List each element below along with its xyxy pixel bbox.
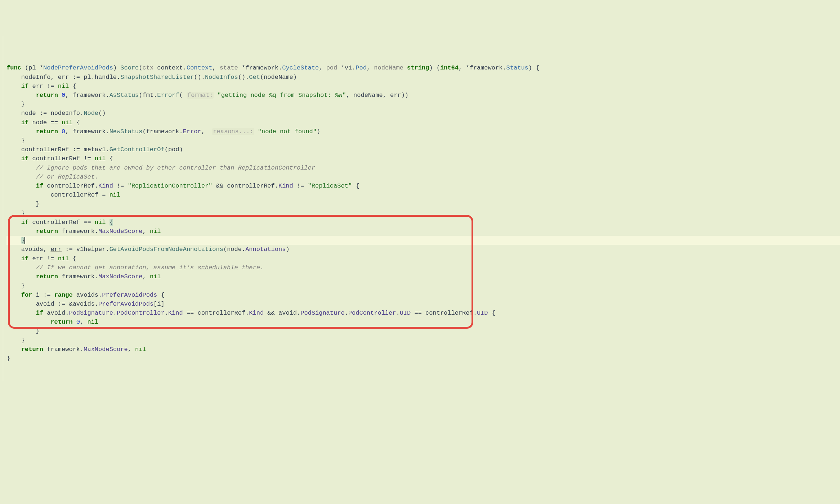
code-line[interactable]: } (6, 354, 840, 363)
code-line[interactable]: return 0, framework.AsStatus(fmt.Errorf(… (6, 91, 840, 100)
token: node := nodeInfo. (21, 110, 84, 117)
token: SnapshotSharedLister (120, 74, 194, 81)
token: nil (87, 319, 98, 325)
token: , nodeName, err)) (346, 92, 408, 99)
code-line[interactable]: avoids, err := v1helper.GetAvoidPodsFrom… (6, 245, 840, 254)
code-line[interactable]: func (pl *NodePreferAvoidPods) Score(ctx… (6, 63, 840, 72)
token: NodeInfos (205, 74, 238, 81)
token: (pod) (165, 146, 183, 153)
code-line[interactable]: controllerRef := metav1.GetControllerOf(… (6, 145, 840, 154)
code-line[interactable]: // or ReplicaSet. (6, 172, 840, 181)
token: schedulable (198, 264, 238, 271)
code-line[interactable]: return 0, framework.NewStatus(framework.… (6, 127, 840, 136)
token: framework. (62, 273, 98, 280)
token: err (50, 246, 62, 253)
code-editor[interactable]: func (pl *NodePreferAvoidPods) Score(ctx… (0, 36, 840, 381)
token: , (80, 319, 87, 325)
token: state (220, 64, 238, 71)
token: Kind (278, 183, 293, 189)
token: Pod (356, 64, 367, 71)
token: MaxNodeScore (98, 228, 142, 235)
token: (pl * (25, 64, 43, 71)
code-line[interactable]: } (6, 136, 840, 145)
token: pod (326, 64, 338, 71)
code-line[interactable]: node := nodeInfo.Node() (6, 109, 840, 118)
token: return (36, 228, 62, 235)
code-line[interactable]: } (6, 236, 840, 245)
token: nodeName (374, 64, 403, 71)
token: } (36, 328, 40, 334)
token: MaxNodeScore (84, 346, 128, 353)
token: there. (238, 264, 264, 271)
token: nodeInfo, err := pl.handle. (21, 74, 120, 81)
code-line[interactable]: avoid := &avoids.PreferAvoidPods[i] (6, 300, 840, 309)
token: . (396, 310, 399, 316)
token: "ReplicationController" (128, 183, 213, 189)
code-line[interactable]: return framework.MaxNodeScore, nil (6, 272, 840, 281)
token: controllerRef == (32, 219, 94, 226)
token: for (21, 292, 36, 298)
token: ) (317, 128, 320, 135)
token: Error (183, 128, 201, 135)
code-line[interactable]: if err != nil { (6, 254, 840, 263)
code-line[interactable]: nodeInfo, err := pl.handle.SnapshotShare… (6, 73, 840, 82)
token (214, 92, 217, 99)
token: if (36, 310, 47, 316)
code-line[interactable]: // If we cannot get annotation, assume i… (6, 263, 840, 272)
token: nil (58, 255, 73, 262)
token: return (36, 92, 62, 99)
token: avoid := &avoids. (36, 301, 98, 307)
token: if (21, 255, 32, 262)
token: { (76, 119, 80, 126)
code-line[interactable]: if node == nil { (6, 118, 840, 127)
code-line[interactable]: } (6, 281, 840, 290)
token: , (212, 64, 219, 71)
token: } (21, 282, 25, 289)
token: , framework. (65, 128, 109, 135)
code-line[interactable]: // Ignore pods that are owned by other c… (6, 163, 840, 172)
token: CycleState (282, 64, 319, 71)
code-line[interactable]: } (6, 100, 840, 109)
token: PodSignature (69, 310, 113, 316)
code-line[interactable]: if controllerRef == nil { (6, 218, 840, 227)
token: . (345, 310, 348, 316)
code-area[interactable]: func (pl *NodePreferAvoidPods) Score(ctx… (6, 63, 840, 363)
token: MaxNodeScore (98, 273, 142, 280)
token: NewStatus (110, 128, 143, 135)
code-line[interactable]: controllerRef = nil (6, 190, 840, 199)
token: nil (110, 192, 121, 198)
code-line[interactable]: return framework.MaxNodeScore, nil (6, 227, 840, 236)
token: UID (400, 310, 411, 316)
code-line[interactable]: for i := range avoids.PreferAvoidPods { (6, 291, 840, 300)
token: == controllerRef. (411, 310, 477, 316)
token: && controllerRef. (212, 183, 278, 189)
token: , (319, 64, 326, 71)
token: , (201, 128, 213, 135)
token: return (21, 346, 47, 353)
code-line[interactable]: } (6, 199, 840, 208)
token: && avoid. (264, 310, 300, 316)
code-line[interactable]: if controllerRef.Kind != "ReplicationCon… (6, 181, 840, 190)
caret (24, 237, 25, 244)
code-line[interactable]: if err != nil { (6, 82, 840, 91)
code-line[interactable]: return framework.MaxNodeScore, nil (6, 345, 840, 354)
code-line[interactable]: } (6, 336, 840, 345)
code-line[interactable]: } (6, 209, 840, 218)
token: controllerRef := metav1. (21, 146, 110, 153)
token: Context (187, 64, 212, 71)
code-line[interactable]: } (6, 327, 840, 336)
token: Node (84, 110, 98, 117)
code-line[interactable]: if avoid.PodSignature.PodController.Kind… (6, 309, 840, 318)
token: framework. (62, 228, 98, 235)
token: } (21, 101, 25, 108)
code-line[interactable]: return 0, nil (6, 318, 840, 327)
code-line[interactable]: if controllerRef != nil { (6, 154, 840, 163)
token: avoids. (76, 292, 102, 298)
token: AsStatus (110, 92, 139, 99)
token: if (21, 119, 32, 126)
token: PreferAvoidPods (102, 292, 157, 298)
token: [i] (153, 301, 165, 307)
token: controllerRef = (50, 192, 109, 198)
gutter-border (3, 36, 3, 381)
token: (fmt. (139, 92, 157, 99)
